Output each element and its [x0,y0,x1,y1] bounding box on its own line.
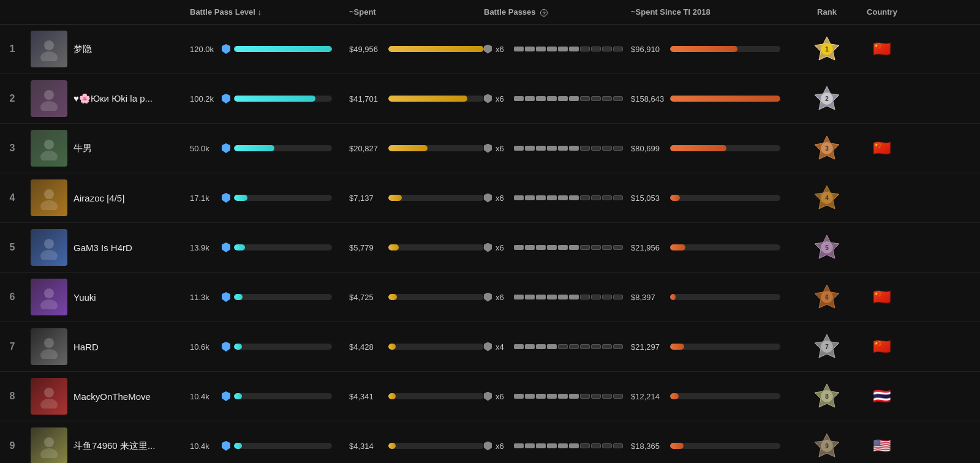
bp-count-number: x6 [496,392,510,401]
bp-shield-icon [222,193,230,203]
rank-number: 9 [0,440,24,451]
bp-count-shield-icon [484,94,492,104]
bp-level-number: 13.9k [190,243,218,252]
bp-pip [547,195,557,200]
bp-level-bar-fill [234,145,274,151]
bp-pip [602,443,612,448]
bp-pip [591,394,601,399]
spent-bar-fill [388,145,428,151]
bp-pip [547,443,557,448]
bp-pip [536,344,546,349]
rank-badge: 9 [812,431,842,461]
country-flag: 🇨🇳 [858,140,907,157]
svg-point-25 [44,288,54,298]
bp-count-cell: x6 [484,392,631,401]
bp-info-icon[interactable]: ? [540,9,548,17]
bp-count-number: x6 [496,293,510,302]
rank-number: 7 [0,341,24,352]
bp-level-cell: 11.3k [190,292,349,302]
bp-pips-container [514,195,623,200]
spent-ti-bar-fill [670,443,684,449]
bp-pip [558,443,568,448]
bp-level-cell: 10.6k [190,342,349,352]
bp-shield-icon [222,44,230,54]
spent-ti-bar-fill [670,96,780,102]
bp-pip [613,443,623,448]
bp-pip [569,146,579,151]
avatar-cell [24,279,74,315]
svg-text:6: 6 [825,294,829,301]
svg-text:9: 9 [825,443,829,450]
avatar [31,31,67,67]
spent-bar-fill [388,244,399,250]
bp-level-number: 10.4k [190,392,218,401]
table-row: 1 梦隐 120.0k $49,956 [0,24,980,74]
spent-bar-fill [388,46,484,52]
bp-pip [547,96,557,101]
spent-bar-track [388,443,484,449]
country-cell [858,94,907,104]
header-bplevel: Battle Pass Level ↓ [190,7,349,17]
bp-pip [613,295,623,299]
bp-pip [558,245,568,250]
bp-count-shield-icon [484,392,492,401]
spent-bar-track [388,145,484,151]
bp-pip [569,443,579,448]
svg-point-40 [44,437,54,447]
bp-pip [569,394,579,399]
bp-pips-container [514,443,623,448]
bp-level-number: 10.4k [190,442,218,451]
bp-level-bar-track [234,46,332,52]
spent-ti-cell: $21,297 [631,342,796,352]
bp-pip [569,195,579,200]
bp-pip [525,96,535,101]
spent-ti-amount: $18,365 [631,442,666,451]
svg-text:4: 4 [825,195,829,201]
bp-pip [547,146,557,151]
avatar-cell [24,130,74,167]
bp-level-cell: 17.1k [190,193,349,203]
country-cell: 🇺🇸 [858,437,907,454]
spent-ti-bar-track [670,244,780,250]
bp-level-bar-fill [234,294,243,300]
player-name: ♥🌸Юки Юki la p... [74,93,190,104]
bp-level-number: 10.6k [190,342,218,352]
spent-bar-track [388,393,484,399]
spent-ti-bar-fill [670,294,676,300]
bp-pip [514,47,524,51]
svg-text:1: 1 [825,46,829,53]
spent-bar-fill [388,294,397,300]
bp-shield-icon [222,94,230,104]
bp-shield-icon [222,342,230,352]
svg-text:7: 7 [825,344,829,350]
spent-ti-amount: $80,699 [631,144,666,153]
table-row: 3 牛男 50.0k $20,827 [0,124,980,173]
bp-pip [514,344,524,349]
rank-badge-cell: 8 [796,382,858,411]
bp-pip [547,295,557,299]
spent-ti-bar-track [670,46,780,52]
svg-point-6 [40,101,58,111]
avatar [31,179,67,216]
spent-bar-fill [388,393,396,399]
bp-pip [580,394,590,399]
spent-amount: $4,341 [349,392,385,401]
spent-ti-bar-track [670,393,780,399]
bp-pips-container [514,394,623,399]
bp-count-shield-icon [484,442,492,451]
avatar-cell [24,80,74,117]
spent-ti-amount: $158,643 [631,94,666,104]
bp-pip [591,195,601,200]
svg-point-11 [40,151,58,160]
bp-level-bar-fill [234,195,247,201]
table-header: Battle Pass Level ↓ ~Spent Battle Passes… [0,0,980,24]
bp-pip [569,344,579,349]
country-flag [858,94,872,104]
bp-pip [525,295,535,299]
svg-point-26 [40,299,58,309]
country-flag: 🇨🇳 [858,288,907,306]
bp-pip [591,47,601,51]
svg-point-5 [44,90,54,100]
country-flag [858,193,872,203]
svg-point-35 [44,388,54,397]
